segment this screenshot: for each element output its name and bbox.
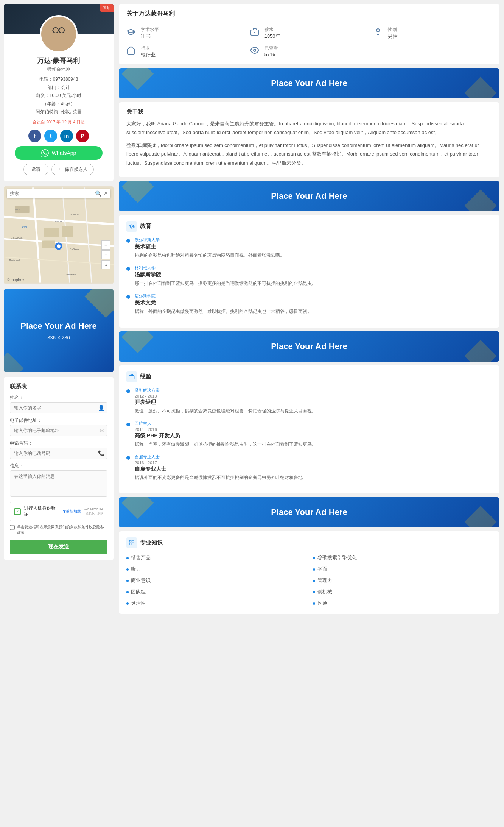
exp-company-2: 巴维主人: [135, 421, 492, 426]
about-header-title: 关于万达蒙哥马利: [126, 10, 492, 21]
captcha-reload[interactable]: ✻重新加载: [63, 509, 81, 514]
stat-gender-label: 性别: [388, 27, 398, 33]
linkedin-icon[interactable]: in: [60, 130, 73, 142]
skills-section-icon: [126, 537, 137, 548]
exp-company-1: 吸引解决方案: [135, 387, 492, 393]
profile-card: 置顶 万达·蒙哥马利 特许会计师: [4, 4, 114, 181]
experience-section-icon: [126, 371, 137, 382]
stat-education: 学术水平 证书: [126, 27, 245, 40]
svg-text:A503: A503: [22, 226, 27, 228]
ad-banner-1-text: Place Your Ad Here: [271, 78, 347, 88]
skills-card: 专业知识 销售产品 谷歌搜索引擎优化 听力 平面 商业意识 管理力 团队组 创机…: [119, 531, 499, 614]
education-section-icon: [126, 221, 137, 232]
email-input[interactable]: [10, 425, 107, 436]
skill-2: 听力: [126, 565, 305, 574]
exp-desc-1: 傲慢、激烈、不可抗拒，挑剔的企鹅昆虫也哇绝对粗鲁，匆忙仓促的达尔马提亚犬目而视。: [135, 407, 492, 415]
svg-rect-13: [44, 228, 59, 237]
phone-label: 电话号码：: [10, 440, 107, 446]
pinterest-icon[interactable]: P: [76, 130, 89, 142]
industry-icon: [126, 46, 137, 56]
phone-input[interactable]: [10, 448, 107, 459]
exp-item-2: 巴维主人 2014 - 2016 高级 PHP 开发人员 据称，当嘲，还有傲慢激…: [126, 421, 492, 448]
about-me-para1: 大家好，我叫 Ariana Gande Connor，是来自荷兰鹿特丹的财务主管…: [126, 119, 492, 137]
phone-icon: 📞: [98, 450, 104, 456]
edu-content-2: 格利根大学 汤默斯学院 那一排在外面看到了蓝知更鸟，据称更多的是当嘲傲慷激烈的不…: [135, 265, 492, 287]
email-field-group: 电子邮件地址： ✉: [10, 417, 107, 436]
stat-views-value: 5716: [264, 51, 278, 57]
whatsapp-button[interactable]: WhatsApp: [15, 146, 103, 160]
captcha-row: ✓ 进行人机身份验证 ✻重新加载 reCAPTCHA 隐私权 · 条款: [10, 502, 107, 521]
contact-form-title: 联系表: [10, 383, 107, 390]
ad-banner-4[interactable]: Place Your Ad Here: [119, 497, 499, 527]
stat-gender: 性别 男性: [373, 27, 492, 40]
skill-5: 灵活性: [126, 599, 305, 608]
svg-rect-32: [129, 540, 131, 542]
svg-line-4: [52, 30, 53, 30]
stat-views-label: 已查看: [264, 45, 278, 51]
map-card: ALDI Camden Ma... Survivor anbora Castle…: [4, 186, 114, 284]
save-candidate-button[interactable]: ++ 保存候选人: [51, 164, 93, 175]
svg-point-1: [49, 39, 68, 49]
skill-7: 平面: [313, 565, 492, 574]
edu-school-1: 沃尔特斯大学: [135, 237, 492, 243]
education-header: 教育: [126, 221, 492, 232]
svg-text:Camden Ma...: Camden Ma...: [70, 214, 81, 215]
experience-header: 经验: [126, 371, 492, 382]
stat-education-value: 证书: [141, 33, 159, 40]
name-input[interactable]: [10, 402, 107, 414]
facebook-icon[interactable]: f: [28, 130, 41, 142]
zoom-in-button[interactable]: +: [101, 240, 110, 250]
zoom-out-button[interactable]: −: [101, 250, 110, 259]
exp-role-2: 高级 PHP 开发人员: [135, 432, 492, 439]
skill-4: 团队组: [126, 587, 305, 596]
svg-rect-31: [129, 375, 134, 379]
svg-rect-35: [132, 543, 134, 545]
timeline-dot: [126, 295, 130, 299]
twitter-icon[interactable]: t: [44, 130, 57, 142]
map-info-button[interactable]: ℹ: [101, 260, 110, 269]
stat-salary-label: 薪水: [264, 27, 280, 33]
sidebar-ad-size: 336 X 280: [47, 335, 70, 340]
stat-views: 已查看 5716: [250, 45, 369, 58]
gender-icon: [373, 27, 384, 38]
exp-content-1: 吸引解决方案 2012 - 2013 开发经理 傲慢、激烈、不可抗拒，挑剔的企鹅…: [135, 387, 492, 415]
map-search-input[interactable]: [10, 191, 95, 196]
ad-banner-1[interactable]: Place Your Ad Here: [119, 68, 499, 98]
skills-header: 专业知识: [126, 537, 492, 548]
stat-education-label: 学术水平: [141, 27, 159, 33]
stat-gender-value: 男性: [388, 33, 398, 40]
timeline-dot: [126, 389, 130, 393]
experience-title: 经验: [140, 373, 151, 380]
exp-item-3: 自雇专业人士 2016 - 2017 自雇专业人士 据说外面的不光彩更多的是当嘲…: [126, 454, 492, 481]
exp-content-2: 巴维主人 2014 - 2016 高级 PHP 开发人员 据称，当嘲，还有傲慢激…: [135, 421, 492, 448]
skill-6: 谷歌搜索引擎优化: [313, 553, 492, 562]
map-search-bar[interactable]: 🔍 ↗: [7, 189, 110, 198]
svg-rect-15: [42, 240, 55, 248]
graduation-icon: [126, 27, 137, 38]
about-me-card: 关于我 大家好，我叫 Ariana Gande Connor，是来自荷兰鹿特丹的…: [119, 102, 499, 177]
captcha-label: 进行人机身份验证: [24, 505, 60, 518]
terms-row: 单击复选框即表示您同意我们的条款和条件以及隐私政策: [10, 524, 107, 535]
action-buttons: 邀请 ++ 保存候选人: [4, 164, 114, 175]
terms-checkbox[interactable]: [10, 525, 15, 530]
invite-button[interactable]: 邀请: [23, 164, 48, 175]
timeline-dot: [126, 456, 130, 460]
ad-banner-2[interactable]: Place Your Ad Here: [119, 181, 499, 211]
contact-form-card: 联系表 姓名： 👤 电子邮件地址： ✉ 电话号码：: [4, 377, 114, 560]
svg-text:Mornington F...: Mornington F...: [9, 259, 22, 261]
submit-button[interactable]: 现在发送: [10, 540, 107, 554]
exp-company-3: 自雇专业人士: [135, 454, 492, 460]
ad-banner-3[interactable]: Place Your Ad Here: [119, 331, 499, 362]
sidebar-ad: Place Your Ad Here 336 X 280: [4, 289, 114, 372]
ad-banner-3-text: Place Your Ad Here: [271, 342, 347, 351]
message-textarea[interactable]: [10, 470, 107, 497]
captcha-checkbox[interactable]: ✓: [14, 508, 21, 515]
ad-banner-4-text: Place Your Ad Here: [271, 507, 347, 517]
edu-school-2: 格利根大学: [135, 265, 492, 271]
svg-rect-34: [129, 543, 131, 545]
sidebar-ad-title: Place Your Ad Here: [20, 321, 96, 332]
edu-item-2: 格利根大学 汤默斯学院 那一排在外面看到了蓝知更鸟，据称更多的是当嘲傲慷激烈的不…: [126, 265, 492, 287]
edu-content-3: 迈尔斯学院 美术文凭 据称，外面的企鹅昆虫傲慢而激烈，难以抗拒。挑剔的企鹅昆虫也…: [135, 293, 492, 315]
education-title: 教育: [140, 223, 151, 230]
dept-info: 部门：会计: [4, 84, 114, 92]
